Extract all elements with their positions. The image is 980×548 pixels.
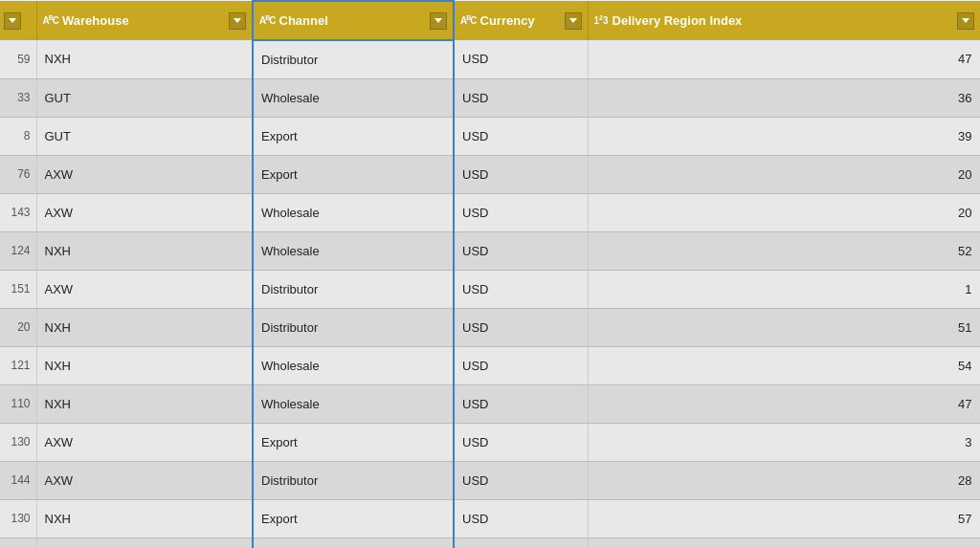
row-index: 76 xyxy=(0,155,36,193)
table-row: 144AXWDistributorUSD28 xyxy=(0,461,980,499)
table-row: 37NXHUSD xyxy=(0,537,980,548)
row-warehouse: AXW xyxy=(36,155,253,193)
row-channel: Distributor xyxy=(253,40,454,78)
table-row: 143AXWWholesaleUSD20 xyxy=(0,193,980,231)
row-warehouse: NXH xyxy=(36,346,253,384)
row-warehouse: NXH xyxy=(36,231,253,270)
row-channel: Wholesale xyxy=(253,346,454,384)
channel-label: Channel xyxy=(279,13,328,28)
row-index: 124 xyxy=(0,231,36,270)
row-delivery: 3 xyxy=(588,423,980,461)
row-warehouse: NXH xyxy=(36,308,253,346)
table-row: 130AXWExportUSD3 xyxy=(0,423,980,461)
row-delivery xyxy=(588,537,980,548)
abc-icon-channel: ABC xyxy=(259,14,276,26)
table-row: 33GUTWholesaleUSD36 xyxy=(0,78,980,117)
row-index: 143 xyxy=(0,193,36,231)
warehouse-label: Warehouse xyxy=(62,13,129,28)
row-index: 8 xyxy=(0,117,36,155)
row-warehouse: NXH xyxy=(36,384,253,423)
row-warehouse: NXH xyxy=(36,40,253,78)
row-warehouse: AXW xyxy=(36,423,253,461)
row-currency: USD xyxy=(454,537,588,548)
row-channel: Distributor xyxy=(253,461,454,499)
channel-header[interactable]: ABC Channel xyxy=(253,1,454,40)
row-index: 130 xyxy=(0,423,36,461)
row-warehouse: AXW xyxy=(36,270,253,308)
row-index: 151 xyxy=(0,270,36,308)
row-channel xyxy=(253,537,454,548)
row-channel: Wholesale xyxy=(253,78,454,117)
row-channel: Distributor xyxy=(253,270,454,308)
row-index: 20 xyxy=(0,308,36,346)
row-delivery: 47 xyxy=(588,384,980,423)
table-row: 20NXHDistributorUSD51 xyxy=(0,308,980,346)
row-channel: Wholesale xyxy=(253,231,454,270)
table-row: 130NXHExportUSD57 xyxy=(0,499,980,537)
row-delivery: 39 xyxy=(588,117,980,155)
row-index: 59 xyxy=(0,40,36,78)
row-warehouse: NXH xyxy=(36,537,253,548)
row-warehouse: NXH xyxy=(36,499,253,537)
row-delivery: 28 xyxy=(588,461,980,499)
data-table: ABC Warehouse ABC Channel xyxy=(0,0,980,548)
row-channel: Export xyxy=(253,423,454,461)
channel-dropdown-icon[interactable] xyxy=(430,12,447,30)
index-sort-header[interactable] xyxy=(0,1,36,40)
row-delivery: 1 xyxy=(588,270,980,308)
row-currency: USD xyxy=(454,384,588,423)
row-delivery: 20 xyxy=(588,155,980,193)
row-currency: USD xyxy=(454,40,588,78)
row-currency: USD xyxy=(454,499,588,537)
abc-icon: ABC xyxy=(43,14,59,26)
row-currency: USD xyxy=(454,155,588,193)
row-index: 130 xyxy=(0,499,36,537)
row-delivery: 51 xyxy=(588,308,980,346)
row-currency: USD xyxy=(454,193,588,231)
warehouse-header[interactable]: ABC Warehouse xyxy=(36,1,253,40)
row-currency: USD xyxy=(454,308,588,346)
row-warehouse: GUT xyxy=(36,117,253,155)
row-currency: USD xyxy=(454,78,588,117)
row-warehouse: GUT xyxy=(36,78,253,117)
row-channel: Export xyxy=(253,155,454,193)
delivery-header[interactable]: 123 Delivery Region Index xyxy=(588,1,980,40)
currency-header[interactable]: ABC Currency xyxy=(454,1,588,40)
table-row: 110NXHWholesaleUSD47 xyxy=(0,384,980,423)
table-row: 59NXHDistributorUSD47 xyxy=(0,40,980,78)
row-index: 37 xyxy=(0,537,36,548)
delivery-label: Delivery Region Index xyxy=(612,13,743,28)
table-row: 8GUTExportUSD39 xyxy=(0,117,980,155)
warehouse-dropdown-icon[interactable] xyxy=(229,12,246,30)
row-currency: USD xyxy=(454,461,588,499)
row-delivery: 20 xyxy=(588,193,980,231)
row-index: 110 xyxy=(0,384,36,423)
row-index: 144 xyxy=(0,461,36,499)
num-icon-delivery: 123 xyxy=(594,14,609,26)
row-delivery: 57 xyxy=(588,499,980,537)
row-warehouse: AXW xyxy=(36,193,253,231)
row-currency: USD xyxy=(454,346,588,384)
row-channel: Wholesale xyxy=(253,384,454,423)
row-channel: Export xyxy=(253,499,454,537)
row-delivery: 54 xyxy=(588,346,980,384)
row-delivery: 52 xyxy=(588,231,980,270)
row-currency: USD xyxy=(454,117,588,155)
currency-label: Currency xyxy=(480,13,535,28)
row-index: 121 xyxy=(0,346,36,384)
abc-icon-currency: ABC xyxy=(460,14,477,26)
row-channel: Export xyxy=(253,117,454,155)
row-warehouse: AXW xyxy=(36,461,253,499)
currency-dropdown-icon[interactable] xyxy=(565,12,582,30)
table-row: 124NXHWholesaleUSD52 xyxy=(0,231,980,270)
delivery-dropdown-icon[interactable] xyxy=(957,12,974,30)
table-row: 76AXWExportUSD20 xyxy=(0,155,980,193)
row-index: 33 xyxy=(0,78,36,117)
row-channel: Distributor xyxy=(253,308,454,346)
sort-icon xyxy=(4,12,21,30)
row-channel: Wholesale xyxy=(253,193,454,231)
row-delivery: 36 xyxy=(588,78,980,117)
table-row: 151AXWDistributorUSD1 xyxy=(0,270,980,308)
row-delivery: 47 xyxy=(588,40,980,78)
table-row: 121NXHWholesaleUSD54 xyxy=(0,346,980,384)
